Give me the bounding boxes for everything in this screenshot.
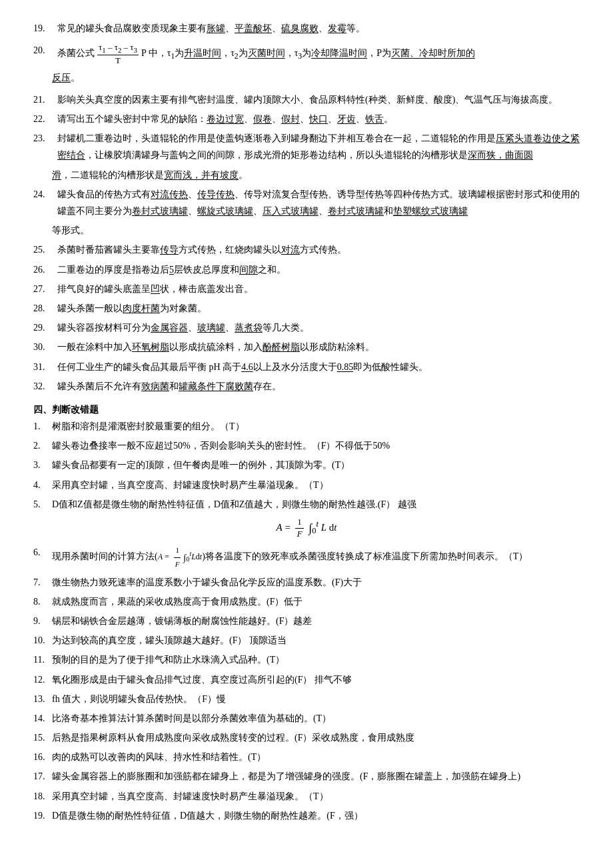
answer: 间隙	[239, 265, 258, 275]
judge-item-9: 9. 锡层和锡铁合金层越薄，镀锡薄板的耐腐蚀性能越好。(F）越差	[33, 613, 580, 629]
item-num-25: 25.	[33, 241, 57, 258]
answer: 肉度杆菌	[123, 303, 160, 313]
judge-item-14: 14. 比洛奇基本推算法计算杀菌时间是以部分杀菌效率值为基础的。(T）	[33, 710, 580, 727]
judge-item-6: 6. 现用杀菌时间的计算方法(A = 1F∫0tLdt)将各温度下的致死率或杀菌…	[33, 544, 580, 571]
answer: 铁舌	[365, 114, 384, 124]
item-num-28: 28.	[33, 300, 57, 317]
answer: 酚醛树脂	[263, 342, 300, 352]
item-num-21: 21.	[33, 91, 57, 108]
item-content-26: 二重卷边的厚度是指卷边后5层铁皮总厚度和间隙之和。	[57, 261, 580, 278]
item-24-cont: 等形式。	[33, 222, 580, 239]
item-num-29: 29.	[33, 319, 57, 336]
answer: 牙齿	[337, 114, 356, 124]
item-num-19: 19.	[33, 20, 57, 37]
judge-item-5: 5. D值和Z值都是微生物的耐热性特征值，D值和Z值越大，则微生物的耐热性越强.…	[33, 496, 580, 513]
answer: 假封	[281, 114, 300, 124]
answer: 蒸煮袋	[235, 323, 263, 333]
fill-item-21: 21. 影响关头真空度的因素主要有排气密封温度、罐内顶隙大小、食品原料特性(种类…	[33, 91, 580, 108]
answer: 卷封式玻璃罐	[328, 206, 384, 216]
item-20-cont: 反压。	[33, 69, 580, 86]
answer: 5	[169, 265, 174, 275]
answer: 致病菌	[141, 381, 169, 391]
item-content-20: 杀菌公式 τ1 – τ2 – τ3 T P 中，τ1为升温时间，τ2为灭菌时间，…	[57, 42, 580, 67]
answer: 压入式玻璃罐	[263, 206, 318, 216]
fill-item-22: 22. 请写出五个罐头密封中常见的缺陷：卷边过宽、假卷、假封、快口、牙齿、铁舌。	[33, 111, 580, 127]
item-content-19: 常见的罐头食品腐败变质现象主要有胀罐、平盖酸坏、硫臭腐败、发霉等。	[57, 20, 580, 37]
item-num-27: 27.	[33, 281, 57, 297]
item-num-30: 30.	[33, 339, 57, 355]
answer: 发霉	[328, 23, 346, 33]
answer: 硫臭腐败	[281, 23, 318, 33]
judge-item-3: 3. 罐头食品都要有一定的顶隙，但午餐肉是唯一的例外，其顶隙为零。(T）	[33, 457, 580, 473]
item-content-22: 请写出五个罐头密封中常见的缺陷：卷边过宽、假卷、假封、快口、牙齿、铁舌。	[57, 111, 580, 127]
fill-item-20: 20. 杀菌公式 τ1 – τ2 – τ3 T P 中，τ1为升温时间，τ2为灭…	[33, 42, 580, 67]
fill-item-30: 30. 一般在涂料中加入环氧树脂以形成抗硫涂料，加入酚醛树脂以形成防粘涂料。	[33, 339, 580, 355]
judge-item-17: 17. 罐头金属容器上的膨胀圈和加强筋都在罐身上，都是为了增强罐身的强度。(F，…	[33, 768, 580, 785]
answer: 平盖酸坏	[235, 23, 272, 33]
page-content: 19. 常见的罐头食品腐败变质现象主要有胀罐、平盖酸坏、硫臭腐败、发霉等。 20…	[33, 20, 580, 824]
fill-item-19: 19. 常见的罐头食品腐败变质现象主要有胀罐、平盖酸坏、硫臭腐败、发霉等。	[33, 20, 580, 37]
judge-item-10: 10. 为达到较高的真空度，罐头顶隙越大越好。(F） 顶隙适当	[33, 632, 580, 649]
fill-item-28: 28. 罐头杀菌一般以肉度杆菌为对象菌。	[33, 300, 580, 317]
item-num-20: 20.	[33, 42, 57, 67]
judge-item-12: 12. 氧化圈形成是由于罐头食品排气过度、真空度过高所引起的(F） 排气不够	[33, 671, 580, 688]
answer: 灭菌、冷却时所加的	[391, 49, 475, 59]
judge-item-13: 13. fh 值大，则说明罐头食品传热快。（F）慢	[33, 691, 580, 707]
item-content-25: 杀菌时番茄酱罐头主要靠传导方式传热，红烧肉罐头以对流方式传热。	[57, 241, 580, 258]
answer: 螺旋式玻璃罐	[197, 206, 253, 216]
judge-item-7: 7. 微生物热力致死速率的温度系数小于罐头食品化学反应的温度系数。(F)大于	[33, 574, 580, 591]
answer: 假卷	[253, 114, 272, 124]
answer: 冷却降温时间	[311, 49, 367, 59]
item-content-21: 影响关头真空度的因素主要有排气密封温度、罐内顶隙大小、食品原料特性(种类、新鲜度…	[57, 91, 580, 108]
answer: 深而狭，曲面圆	[468, 150, 533, 160]
item-num-26: 26.	[33, 261, 57, 278]
item-content-23: 封罐机二重卷边时，头道辊轮的作用是使盖钩逐渐卷入到罐身翻边下并相互卷合在一起，二…	[57, 130, 580, 163]
item-content-31: 任何工业生产的罐头食品其最后平衡 pH 高于4.6以上及水分活度大于0.85即为…	[57, 359, 580, 375]
item-num-32: 32.	[33, 378, 57, 395]
judge-item-15: 15. 后熟是指果树原料从食用成熟度向采收成熟度转变的过程。(F）采收成熟度，食…	[33, 729, 580, 746]
judge-item-11: 11. 预制的目的是为了便于排气和防止水珠滴入式品种。(T）	[33, 651, 580, 668]
answer: 对流传热	[151, 189, 188, 199]
item-num-31: 31.	[33, 359, 57, 375]
item-num-24: 24.	[33, 186, 57, 219]
fill-item-24: 24. 罐头食品的传热方式有对流传热、传导传热、传导对流复合型传热、诱导型传热等…	[33, 186, 580, 219]
section4-title: 四、判断改错题	[33, 401, 580, 418]
fill-item-26: 26. 二重卷边的厚度是指卷边后5层铁皮总厚度和间隙之和。	[33, 261, 580, 278]
judge-item-2: 2. 罐头卷边叠接率一般不应超过50%，否则会影响关头的密封性。（F）不得低于5…	[33, 437, 580, 454]
fill-item-31: 31. 任何工业生产的罐头食品其最后平衡 pH 高于4.6以上及水分活度大于0.…	[33, 359, 580, 375]
answer: 玻璃罐	[197, 323, 225, 333]
item-content-27: 排气良好的罐头底盖呈凹状，棒击底盖发出音。	[57, 281, 580, 297]
answer: 传导传热	[197, 189, 235, 199]
judge-item-8: 8. 就成熟度而言，果蔬的采收成熟度高于食用成熟度。(F）低于	[33, 593, 580, 610]
fill-item-25: 25. 杀菌时番茄酱罐头主要靠传导方式传热，红烧肉罐头以对流方式传热。	[33, 241, 580, 258]
answer: 宽而浅，并有坡度	[164, 170, 239, 180]
answer: 4.6	[241, 362, 253, 372]
fill-item-32: 32. 罐头杀菌后不允许有致病菌和罐藏条件下腐败菌存在。	[33, 378, 580, 395]
answer: 胀罐	[207, 23, 225, 33]
judge-item-16: 16. 肉的成熟可以改善肉的风味、持水性和结着性。(T）	[33, 749, 580, 765]
fill-item-27: 27. 排气良好的罐头底盖呈凹状，棒击底盖发出音。	[33, 281, 580, 297]
fill-item-23: 23. 封罐机二重卷边时，头道辊轮的作用是使盖钩逐渐卷入到罐身翻边下并相互卷合在…	[33, 130, 580, 163]
answer: 对流	[281, 245, 300, 255]
answer: 环氧树脂	[132, 342, 169, 352]
item-num-23: 23.	[33, 130, 57, 163]
formula-20: τ1 – τ2 – τ3 T	[95, 42, 141, 67]
judge-item-19: 19. D值是微生物的耐热性特征值，D值越大，则微生物的耐热性越差。(F，强）	[33, 807, 580, 824]
answer: 升温时间	[184, 49, 221, 59]
answer: 卷封式玻璃罐	[132, 206, 188, 216]
fill-item-29: 29. 罐头容器按材料可分为金属容器、玻璃罐、蒸煮袋等几大类。	[33, 319, 580, 336]
item-content-30: 一般在涂料中加入环氧树脂以形成抗硫涂料，加入酚醛树脂以形成防粘涂料。	[57, 339, 580, 355]
judge-item-1: 1. 树脂和溶剂是灌溉密封胶最重要的组分。（T）	[33, 418, 580, 435]
answer: 罐藏条件下腐败菌	[179, 381, 253, 391]
answer: 卷边过宽	[207, 114, 244, 124]
answer: 0.85	[337, 362, 354, 372]
answer: 传导	[160, 245, 179, 255]
fraction: τ1 – τ2 – τ3 T	[97, 42, 139, 67]
item-content-32: 罐头杀菌后不允许有致病菌和罐藏条件下腐败菌存在。	[57, 378, 580, 395]
item-content-28: 罐头杀菌一般以肉度杆菌为对象菌。	[57, 300, 580, 317]
answer: 垫塑螺纹式玻璃罐	[393, 206, 468, 216]
item-content-29: 罐头容器按材料可分为金属容器、玻璃罐、蒸煮袋等几大类。	[57, 319, 580, 336]
item-content-24: 罐头食品的传热方式有对流传热、传导传热、传导对流复合型传热、诱导型传热等四种传热…	[57, 186, 580, 219]
answer: 快口	[309, 114, 328, 124]
item-num-22: 22.	[33, 111, 57, 127]
